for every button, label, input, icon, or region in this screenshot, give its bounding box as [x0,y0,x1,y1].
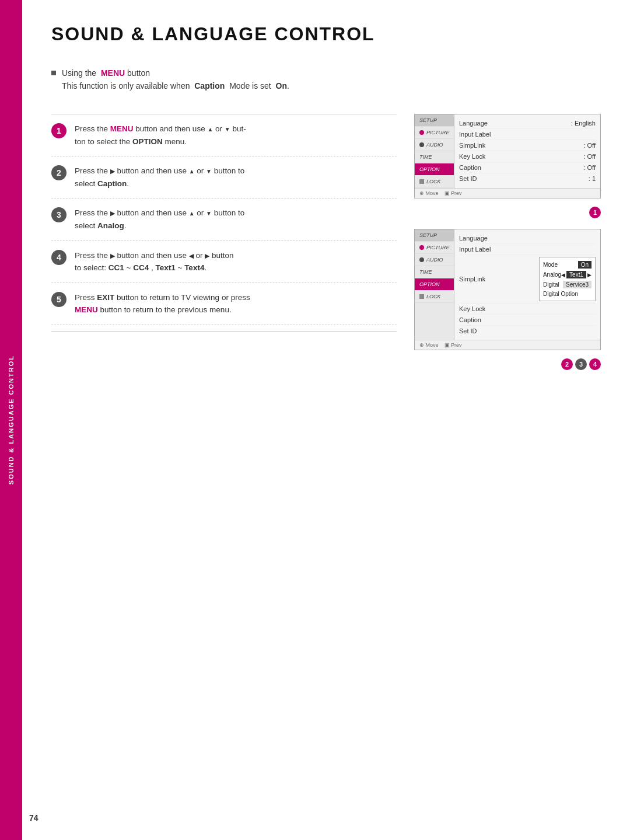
step-5-num: 5 [51,292,66,307]
step-5-row: 5 Press EXIT button to return to TV view… [51,283,397,325]
tv-menu-lock: LOCK [415,176,454,188]
tv-menu-setup: SETUP [415,114,454,127]
lock-icon [419,179,424,184]
tv-menu2-audio: AUDIO [415,254,454,266]
tv-menu2-time: TIME [415,266,454,278]
sub-panel-analog: Analog ◀ Text1 ▶ [543,270,592,280]
sub-panel-digital: Digital Service3 [543,280,592,290]
mode-value: On [578,261,592,269]
audio-icon-2 [419,257,424,262]
step-2-text: Press the button and then use or button … [75,165,244,190]
screenshots-col: SETUP PICTURE AUDIO TIME [414,114,601,370]
badge-1: 1 [589,207,601,218]
step-4-text: Press the button and then use or button … [75,249,233,274]
content-area: 1 Press the MENU button and then use or … [51,114,601,370]
screenshot-2-content: Language Input Label SimpLink Mode On [454,229,600,340]
sub-panel-digital-option: Digital Option [543,290,592,298]
badge-3: 3 [575,358,587,370]
tv-row-setid: Set ID : 1 [459,173,596,184]
step-1-text: Press the MENU button and then use or bu… [75,123,246,148]
step-2-row: 2 Press the button and then use or butto… [51,156,397,198]
picture-icon [419,130,424,135]
screenshot-2-body: SETUP PICTURE AUDIO TIME [415,229,600,340]
tv-menu2-setup: SETUP [415,229,454,242]
step-4-row: 4 Press the button and then use or butto… [51,241,397,283]
tv-row-keylock: Key Lock : Off [459,151,596,162]
tv-row2-keylock: Key Lock [459,304,596,315]
intro-subtext: This function is only available when Cap… [62,81,601,90]
screenshot-2: SETUP PICTURE AUDIO TIME [414,229,601,350]
badge-1-row: 1 [414,207,601,218]
steps-col: 1 Press the MENU button and then use or … [51,114,397,370]
main-content: SOUND & LANGUAGE CONTROL Using the MENU … [22,0,630,405]
step-1-num: 1 [51,123,66,138]
intro-item: Using the MENU button [51,68,601,78]
bullet-icon [51,71,56,75]
step-2-num: 2 [51,165,66,180]
badge-row-234: 2 3 4 [414,358,601,370]
tv-row-simplink: SimpLink : Off [459,140,596,151]
badge-2: 2 [561,358,573,370]
tv-row2-caption: Caption [459,315,596,326]
tv-row2-simplink: SimpLink Mode On Analog ◀ [459,255,596,304]
page-title: SOUND & LANGUAGE CONTROL [51,23,601,45]
tv-menu2-lock: LOCK [415,291,454,303]
step-3-text: Press the button and then use or button … [75,207,244,232]
screenshot-1: SETUP PICTURE AUDIO TIME [414,114,601,198]
tv-menu-1: SETUP PICTURE AUDIO TIME [415,114,454,188]
tv-row-inputlabel: Input Label [459,129,596,140]
intro-section: Using the MENU button This function is o… [51,68,601,90]
page-number: 74 [29,813,38,822]
sub-panel-mode: Mode On [543,260,592,270]
tv-menu2-picture: PICTURE [415,242,454,254]
screenshot-2-footer: ⊕ Move ▣ Prev [415,340,600,350]
step-4-num: 4 [51,250,66,265]
tv-row2-inputlabel: Input Label [459,244,596,255]
sidebar: SOUND & LANGUAGE CONTROL [0,0,22,840]
screenshot-1-body: SETUP PICTURE AUDIO TIME [415,114,600,188]
picture-icon-2 [419,245,424,250]
badge-4: 4 [589,358,601,370]
analog-value: Text1 [566,271,586,278]
tv-row-language: Language : English [459,118,596,129]
tv-menu-time: TIME [415,151,454,163]
step-3-row: 3 Press the button and then use or butto… [51,198,397,241]
tv-row-caption: Caption : Off [459,162,596,173]
bottom-divider [51,331,397,332]
tv-row2-setid: Set ID [459,326,596,336]
step-1-row: 1 Press the MENU button and then use or … [51,114,397,156]
tv-menu-picture: PICTURE [415,127,454,139]
intro-text: Using the MENU button [62,68,150,78]
digital-value: Service3 [563,281,592,288]
tv-menu2-option: OPTION [415,278,454,291]
tv-menu-2: SETUP PICTURE AUDIO TIME [415,229,454,340]
screenshot-1-footer: ⊕ Move ▣ Prev [415,188,600,198]
tv-row2-language: Language [459,233,596,244]
tv-menu-audio: AUDIO [415,139,454,151]
step-3-num: 3 [51,207,66,222]
step-5-text: Press EXIT button to return to TV viewin… [75,291,250,316]
screenshot-1-content: Language : English Input Label SimpLink … [454,114,600,188]
lock-icon-2 [419,294,424,299]
sidebar-label: SOUND & LANGUAGE CONTROL [8,355,15,485]
tv-menu-option: OPTION [415,163,454,176]
audio-icon [419,142,424,147]
sub-panel: Mode On Analog ◀ Text1 ▶ [539,257,596,301]
